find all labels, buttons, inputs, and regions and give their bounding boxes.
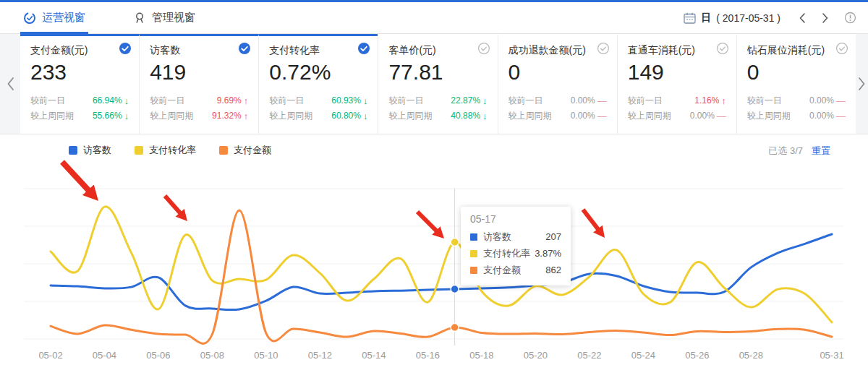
comparison-value: 0.00% <box>571 93 595 108</box>
reset-button[interactable]: 重置 <box>812 145 830 158</box>
comparison-label: 较前一日 <box>150 93 184 108</box>
x-tick-label: 05-14 <box>362 350 386 361</box>
comparison-rows: 较前一日1.16%↑较上周同期0.00%— <box>628 93 726 124</box>
top-nav: 运营视窗 管理视窗 日 ( 2017-05-31 ) <box>0 2 868 34</box>
tab-operations-view[interactable]: 运营视窗 <box>22 2 87 33</box>
date-unit: 日 <box>701 12 711 25</box>
comparison-value: 60.93% <box>331 93 361 108</box>
metric-card[interactable]: 客单价(元)77.81较前一日22.87%↓较上周同期40.88%↓ <box>378 34 497 134</box>
trend-down-icon: ↓ <box>482 93 488 108</box>
tab-management-view[interactable]: 管理视窗 <box>132 2 197 33</box>
x-tick-label: 05-06 <box>146 350 170 361</box>
x-tick-label: 05-12 <box>308 350 332 361</box>
comparison-value: 0.00% <box>809 93 834 108</box>
prev-date-button[interactable] <box>791 9 814 27</box>
date-picker[interactable]: 日 ( 2017-05-31 ) <box>684 12 780 25</box>
comparison-label: 较上周同期 <box>269 108 312 124</box>
series-line-conversion-rate <box>51 207 832 322</box>
tooltip-color-swatch <box>470 267 477 274</box>
comparison-value: 9.69% <box>217 93 242 108</box>
trend-up-icon: ↑ <box>244 93 249 108</box>
comparison-value: 0.00% <box>690 108 715 124</box>
metric-value: 0 <box>509 59 607 85</box>
legend-label: 支付金额 <box>234 144 271 157</box>
comparison-label: 较上周同期 <box>388 108 432 124</box>
hover-dot-payment-amount <box>451 324 459 332</box>
metric-card[interactable]: 访客数419较前一日9.69%↑较上周同期91.32%↑ <box>139 34 258 134</box>
metric-cards: 支付金额(元)233较前一日66.94%↓较上周同期55.66%↓访客数419较… <box>20 34 856 134</box>
check-circle-icon[interactable] <box>119 42 132 55</box>
chart-tooltip: 05-17 访客数207支付转化率3.87%支付金额862 <box>461 207 571 285</box>
x-tick-label: 05-20 <box>524 350 548 361</box>
trend-flat-icon: — <box>597 108 607 124</box>
metric-card[interactable]: 成功退款金额(元)0较前一日0.00%—较上周同期0.00%— <box>498 34 617 134</box>
comparison-label: 较前一日 <box>30 93 65 108</box>
legend-label: 访客数 <box>83 144 111 157</box>
check-circle-outline-icon[interactable] <box>716 42 729 55</box>
trend-down-icon: ↓ <box>363 93 368 108</box>
comparison-value: 66.94% <box>93 93 122 108</box>
x-axis-labels: 05-0205-0405-0605-0805-1005-1205-1405-16… <box>0 350 868 364</box>
metric-card[interactable]: 直通车消耗(元)149较前一日1.16%↑较上周同期0.00%— <box>617 34 736 134</box>
trend-flat-icon: — <box>836 93 846 108</box>
legend-color-swatch <box>219 146 228 155</box>
metric-value: 0 <box>747 59 846 85</box>
trend-flat-icon: — <box>836 108 846 124</box>
comparison-row: 较前一日60.93%↓ <box>269 93 367 108</box>
metric-card[interactable]: 钻石展位消耗(元)0较前一日0.00%—较上周同期0.00%— <box>736 34 856 134</box>
scroll-left-button[interactable] <box>0 34 20 134</box>
trend-flat-icon: — <box>717 108 726 124</box>
comparison-label: 较前一日 <box>747 93 782 108</box>
check-circle-outline-icon[interactable] <box>477 42 490 55</box>
metric-value: 77.81 <box>388 59 487 85</box>
trend-down-icon: ↓ <box>124 108 129 124</box>
comparison-rows: 较前一日60.93%↓较上周同期60.80%↓ <box>269 93 367 124</box>
comparison-value: 0.00% <box>809 108 834 124</box>
chart-svg[interactable] <box>0 134 868 377</box>
tooltip-color-swatch <box>470 250 477 257</box>
metric-title: 访客数 <box>150 43 248 57</box>
comparison-row: 较上周同期0.00%— <box>628 108 726 124</box>
comparison-row: 较上周同期0.00%— <box>509 108 607 124</box>
metric-title: 支付转化率 <box>269 43 367 57</box>
trend-down-icon: ↓ <box>363 108 368 124</box>
comparison-row: 较上周同期55.66%↓ <box>30 108 129 124</box>
tooltip-date: 05-17 <box>470 213 561 225</box>
check-circle-icon[interactable] <box>238 42 251 55</box>
comparison-value: 0.00% <box>571 108 595 124</box>
comparison-row: 较上周同期40.88%↓ <box>388 108 487 124</box>
metric-card[interactable]: 支付金额(元)233较前一日66.94%↓较上周同期55.66%↓ <box>20 34 139 134</box>
comparison-rows: 较前一日9.69%↑较上周同期91.32%↑ <box>150 93 248 124</box>
check-circle-icon[interactable] <box>357 42 370 55</box>
tooltip-row-payment-amount: 支付金额862 <box>470 262 561 278</box>
comparison-row: 较前一日0.00%— <box>509 93 607 108</box>
next-date-button[interactable] <box>814 9 837 27</box>
metric-title: 支付金额(元) <box>30 43 129 57</box>
legend-item-conversion-rate[interactable]: 支付转化率 <box>135 144 196 157</box>
comparison-label: 较上周同期 <box>30 108 74 124</box>
check-circle-outline-icon[interactable] <box>835 42 848 55</box>
metric-title: 成功退款金额(元) <box>509 43 607 57</box>
tooltip-series-value: 862 <box>545 262 561 278</box>
nav-controls: 日 ( 2017-05-31 ) <box>684 9 856 27</box>
annotation-arrow-shaft <box>583 210 599 230</box>
trend-chart-section: 访客数支付转化率支付金额 已选 3/7 重置 05-0205-0405-0605… <box>0 134 868 377</box>
check-circle-outline-icon[interactable] <box>597 42 610 55</box>
legend-item-payment-amount[interactable]: 支付金额 <box>219 144 271 157</box>
comparison-label: 较前一日 <box>509 93 543 108</box>
scroll-right-button[interactable] <box>856 34 868 134</box>
info-icon[interactable] <box>844 12 856 24</box>
comparison-value: 60.80% <box>331 108 361 124</box>
hover-dot-visitors <box>451 285 459 293</box>
comparison-label: 较前一日 <box>269 93 304 108</box>
metric-card[interactable]: 支付转化率0.72%较前一日60.93%↓较上周同期60.80%↓ <box>258 34 378 134</box>
management-view-icon <box>133 12 146 25</box>
legend-item-visitors[interactable]: 访客数 <box>69 144 111 157</box>
comparison-label: 较前一日 <box>388 93 423 108</box>
comparison-row: 较前一日22.87%↓ <box>388 93 487 108</box>
chart-legend: 访客数支付转化率支付金额 <box>69 144 271 157</box>
tooltip-series-value: 3.87% <box>535 245 561 262</box>
x-tick-label: 05-02 <box>38 350 62 361</box>
comparison-row: 较前一日66.94%↓ <box>30 93 129 108</box>
tooltip-series-value: 207 <box>545 228 561 245</box>
